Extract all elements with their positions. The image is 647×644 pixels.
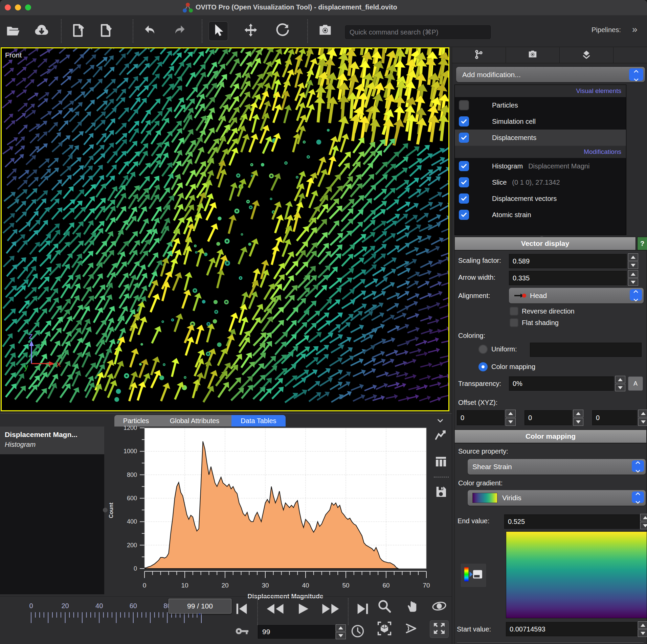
color-gradient-label: Color gradient: — [458, 479, 503, 487]
pipeline-item-simulation-cell[interactable]: Simulation cell — [455, 113, 626, 130]
animation-settings-button[interactable] — [351, 624, 365, 639]
flat-shading-checkbox[interactable] — [510, 318, 518, 327]
offset-x-field[interactable]: 0 — [457, 410, 504, 425]
move-mode-button[interactable] — [241, 21, 261, 41]
maximize-viewport-button[interactable] — [430, 620, 449, 638]
search-input[interactable] — [345, 25, 491, 39]
color-gradient-dropdown[interactable]: Viridis — [468, 490, 646, 506]
help-button[interactable]: ? — [637, 237, 647, 250]
transparency-field[interactable]: 0% — [509, 376, 614, 391]
save-data-button[interactable] — [433, 485, 449, 500]
coloring-label: Coloring: — [458, 332, 485, 340]
color-mapping-header[interactable]: Color mapping — [454, 430, 647, 443]
rotate-mode-button[interactable] — [273, 21, 292, 41]
auto-key-button[interactable] — [235, 624, 250, 639]
tab-particles[interactable]: Particles — [114, 415, 158, 427]
checked-checkbox[interactable] — [459, 161, 469, 171]
color-mapping-radio[interactable] — [478, 362, 488, 371]
checked-checkbox[interactable] — [459, 210, 469, 220]
dropdown-stepper-icon — [632, 460, 644, 472]
field-of-view-button[interactable] — [402, 620, 421, 638]
transparency-spinner[interactable] — [615, 376, 625, 391]
pipeline-list[interactable]: Visual elementsParticlesSimulation cellD… — [454, 85, 626, 235]
open-file-button[interactable] — [3, 21, 23, 41]
next-frame-button[interactable] — [321, 602, 340, 617]
source-property-dropdown[interactable]: Shear Strain — [468, 459, 646, 475]
tab-overlays[interactable] — [560, 47, 613, 63]
export-colormap-button[interactable] — [460, 563, 487, 588]
select-mode-button[interactable] — [208, 21, 228, 41]
tab-data-tables[interactable]: Data Tables — [231, 415, 286, 427]
pipeline-item-displacement-vectors[interactable]: Displacement vectors — [455, 190, 626, 207]
tab-pipeline[interactable] — [452, 47, 506, 63]
checked-checkbox[interactable] — [459, 193, 469, 204]
end-value-spinner[interactable] — [640, 514, 647, 529]
start-value-field[interactable]: 0.00714593 — [506, 622, 637, 636]
offset-x-spinner[interactable] — [506, 410, 516, 426]
checked-checkbox[interactable] — [459, 116, 469, 127]
section-header-modifications: Modifications — [455, 146, 626, 158]
ovito-logo-icon — [182, 2, 194, 13]
uniform-label: Uniform: — [491, 345, 517, 353]
uniform-color-radio[interactable] — [478, 345, 488, 354]
offset-z-field[interactable]: 0 — [592, 410, 637, 425]
tab-render[interactable] — [506, 47, 560, 63]
export-file-button[interactable] — [96, 21, 116, 41]
arrow-width-field[interactable]: 0.335 — [509, 271, 627, 285]
orbit-tool-button[interactable] — [430, 598, 449, 616]
minimize-window-button[interactable] — [15, 4, 21, 10]
add-modification-dropdown[interactable]: Add modification... — [456, 67, 645, 82]
tab-global-attributes[interactable]: Global Attributes — [158, 415, 232, 427]
offset-z-spinner[interactable] — [638, 410, 647, 426]
pipeline-item-particles[interactable]: Particles — [455, 97, 626, 113]
pipeline-item-displacements[interactable]: Displacements — [455, 130, 626, 146]
render-snapshot-button[interactable] — [315, 21, 335, 41]
tab-extra[interactable] — [613, 47, 647, 63]
pipeline-item-histogram[interactable]: HistogramDisplacement Magni — [455, 158, 626, 174]
scaling-factor-field[interactable]: 0.589 — [509, 254, 627, 268]
redo-button[interactable] — [169, 21, 189, 41]
chart-mode-button[interactable] — [433, 429, 449, 444]
undo-icon — [143, 23, 158, 39]
skip-to-start-button[interactable] — [235, 602, 248, 617]
checked-checkbox[interactable] — [459, 133, 469, 143]
offset-y-field[interactable]: 0 — [525, 410, 572, 425]
play-button[interactable] — [296, 602, 310, 617]
current-frame-indicator[interactable]: 99 / 100 — [169, 599, 231, 614]
scaling-factor-spinner[interactable] — [628, 253, 638, 269]
reverse-direction-checkbox[interactable] — [510, 307, 518, 316]
axis-tripod: z x y — [12, 326, 66, 380]
zoom-tool-button[interactable] — [375, 598, 394, 616]
pipeline-item-atomic-strain[interactable]: Atomic strain — [455, 207, 626, 223]
import-remote-button[interactable] — [32, 21, 51, 41]
unchecked-checkbox[interactable] — [459, 100, 469, 110]
zoom-scene-extents-button[interactable] — [375, 620, 394, 638]
field-of-view-icon — [404, 621, 419, 637]
close-window-button[interactable] — [5, 4, 11, 10]
arrow-width-spinner[interactable] — [628, 270, 638, 286]
pipelines-expand-icon[interactable]: » — [632, 24, 636, 35]
vector-display-header[interactable]: Vector display — [454, 237, 636, 250]
end-value-field[interactable]: 0.525 — [504, 514, 640, 529]
frame-number-field[interactable]: 99 — [258, 625, 335, 639]
viewport-label[interactable]: Front — [5, 51, 22, 59]
pan-tool-button[interactable] — [402, 598, 421, 616]
table-mode-button[interactable] — [433, 454, 449, 470]
alignment-dropdown[interactable]: Head — [509, 288, 644, 303]
zoom-window-button[interactable] — [25, 4, 31, 10]
svg-text:30: 30 — [262, 582, 269, 589]
svg-text:1200: 1200 — [124, 426, 137, 431]
offset-y-spinner[interactable] — [573, 410, 583, 426]
collapse-panel-button[interactable] — [436, 416, 445, 427]
start-value-spinner[interactable] — [638, 621, 647, 637]
viewport-front[interactable]: Front z x y — [1, 47, 449, 411]
frame-number-spinner[interactable] — [336, 624, 346, 639]
save-session-button[interactable] — [68, 21, 88, 41]
uniform-color-well[interactable] — [530, 343, 642, 357]
checked-checkbox[interactable] — [459, 177, 469, 187]
skip-to-end-button[interactable] — [356, 602, 370, 617]
undo-button[interactable] — [141, 21, 160, 41]
previous-frame-button[interactable] — [265, 602, 285, 617]
pipeline-item-slice[interactable]: Slice(0 1 0), 27.1342 — [455, 174, 626, 190]
transparency-animate-button[interactable]: A — [628, 376, 643, 391]
